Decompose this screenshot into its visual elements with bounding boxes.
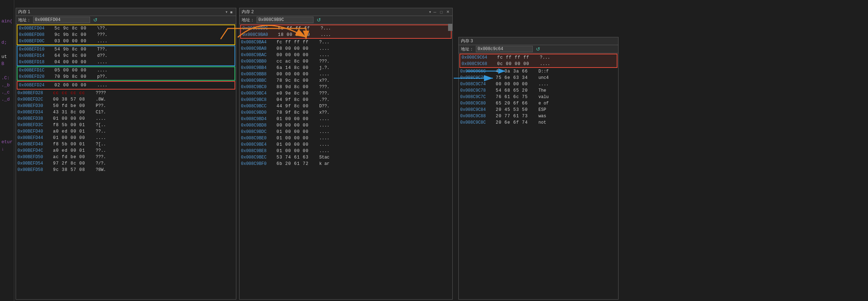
panel2-title: 内存 2 [242,9,428,15]
table-row: 0x008C9C80 65 20 6f 66 e of [459,100,618,107]
code-line [0,46,14,53]
table-row: 0x008C9C7C 76 61 6c 75 valu [459,94,618,100]
code-line [0,131,14,139]
panel3-address-label: 地址： [461,46,474,52]
table-row: 0x00BEFD2C 00 38 57 08 .8W. [16,96,236,103]
panel2-close-btn[interactable]: ✕ [445,10,450,15]
table-row: 0x00BEFD38 01 00 00 00 .... [16,115,236,122]
table-row: 0x00BEFD1C 05 00 00 00 .... [17,67,235,74]
code-line: ._b [0,82,14,89]
table-row: 0x008C9BB8 00 00 00 00 .... [240,71,452,77]
table-row: 0x00BEFD58 9c 38 57 08 ?8W. [16,167,236,173]
panel1-address-bar: 地址： ↺ [16,16,236,24]
panel1-close-btn[interactable]: ■ [229,10,234,15]
table-row: 0x008C9C78 54 68 65 20 The [459,87,618,94]
panel2-address-input[interactable] [257,17,314,23]
panel3-address-input[interactable] [476,46,533,52]
table-row: 0x008C9C70 75 6e 63 34 unc4 [459,75,618,81]
panel1-title: 内存 1 [18,9,224,15]
table-row: 0x00BEFD34 43 31 8c 00 C1?. [16,109,236,115]
panel2-minimize-btn[interactable]: ─ [432,10,437,15]
panel3-content[interactable]: 0x008C9C64 fc ff ff ff ?... 0x008C9C68 0… [459,53,618,299]
code-line: etur [0,139,14,146]
table-row: 0x008C9BC8 04 9f 8c 00 .??. [240,97,452,103]
table-row: 0x00BEFD3C f8 5b 00 01 ?[.. [16,122,236,128]
table-row: 0x008C9BD8 00 00 00 00 .... [240,122,452,129]
code-line: .C: [0,75,14,82]
table-row: 0x008C9BB0 cc ac 8c 00 ???. [240,58,452,65]
panel1-address-input[interactable] [33,17,90,23]
panel3-address-bar: 地址： ↺ [459,45,618,53]
panel2-maximize-btn[interactable]: □ [439,10,444,15]
table-row: 0x00BEFD08 9c 9b 8c 00 ???. [17,32,235,38]
table-row: 0x008C9BBC 78 9c 8c 00 x??. [240,77,452,84]
table-row: 0x008C9BAC 00 00 00 00 .... [240,52,452,58]
table-row: 0x00BEFD04 5c 9c 8c 00 \??. [17,25,235,32]
table-row: 0x008C9BD4 01 00 00 00 .... [240,116,452,122]
table-row: 0x00BEFD54 97 2f 8c 00 ?/?. [16,160,236,167]
table-row: 0x00BEFD30 50 fd be 00 P??. [16,103,236,109]
table-row: 0x00BEFD4C a0 ed 00 01 ??.. [16,147,236,154]
code-line [0,124,14,131]
code-line: B [0,60,14,68]
table-row: 0x008C9BC4 e0 9e 8c 00 ???. [240,90,452,97]
table-row: 0x008C9BDC 01 00 00 00 .... [240,129,452,135]
panel1-blue-box: 0x00BEFD10 54 9b 8c 00 T??. 0x00BEFD14 6… [17,45,235,66]
panel3-refresh-btn[interactable]: ↺ [535,46,541,52]
table-row: 0x008C9BC0 88 9d 8c 00 ???. [240,84,452,90]
code-line [0,110,14,117]
code-line: ._c [0,89,14,96]
table-row: 0x008C9BEC 53 74 61 63 Stac [240,154,452,161]
panel1-dropdown-btn[interactable]: ▾ [226,10,227,14]
table-row: 0x008C9BE8 01 00 00 00 .... [240,148,452,154]
table-row: 0x008C9C74 00 00 00 00 .... [459,81,618,87]
panel1-refresh-btn[interactable]: ↺ [92,17,99,23]
panel3-red-box: 0x008C9C64 fc ff ff ff ?... 0x008C9C68 0… [459,54,617,68]
panel3-titlebar: 内存 3 [459,37,618,45]
table-row: 0x00BEFD28 cc cc cc cc ???? [16,90,236,96]
table-row: 0x008C9B9C fc ff ff ff ?... [241,25,451,32]
panel2-scrollbar-thumb[interactable] [448,24,452,31]
panel2-dropdown-btn[interactable]: ▾ [429,10,431,14]
table-row: 0x00BEFD10 54 9b 8c 00 T??. [17,46,235,53]
table-row: 0x00BEFD50 ac fd be 00 ???. [16,154,236,160]
table-row: 0x008C9BE4 01 00 00 00 .... [240,141,452,148]
table-row: 0x008C9BF0 6b 20 61 72 k ar [240,161,452,167]
panel1-red-box: 0x00BEFD24 02 00 00 00 .... [17,81,235,90]
code-line [0,117,14,124]
table-row: 0x008C9BB4 6a 14 8c 00 j.?. [240,65,452,71]
code-line: ._d [0,96,14,103]
panel1-titlebar: 内存 1 ▾ ■ [16,8,236,16]
table-row: 0x00BEFD18 04 00 00 00 .... [17,59,235,65]
panel1-address-label: 地址： [18,17,31,23]
memory-panel-2: 内存 2 ▾ ─ □ ✕ 地址： ↺ 0x008C9B9C fc f [239,8,453,300]
table-row: 0x008C9BE0 01 00 00 00 .... [240,135,452,141]
code-line: ain( [0,18,14,25]
memory-panel-3: 内存 3 地址： ↺ 0x008C9C64 fc ff ff ff ?... [458,37,619,300]
table-row: 0x00BEFD24 02 00 00 00 .... [17,82,235,88]
panel2-address-label: 地址： [242,17,254,23]
code-line: ↓ [0,146,14,153]
table-row: 0x008C9C6C 44 3a 3a 66 D::f [459,68,618,75]
table-row: 0x00BEFD14 64 9c 8c 00 d??. [17,53,235,59]
code-line [0,25,14,32]
table-row: 0x00BEFD20 70 9b 8c 00 p??. [17,74,235,80]
panel2-content[interactable]: 0x008C9B9C fc ff ff ff ?... 0x008C9BA0 1… [240,24,452,299]
panel2-address-bar: 地址： ↺ [240,16,452,24]
table-row: 0x008C9BA0 18 00 00 00 .... [241,32,451,38]
panel2-refresh-btn[interactable]: ↺ [316,17,322,23]
code-line: d; [0,39,14,46]
panels-area: 内存 1 ▾ ■ 地址： ↺ 0x00BEFD04 5c 9c 8c 00 \?… [14,0,868,301]
panel1-yellow-box: 0x00BEFD04 5c 9c 8c 00 \??. 0x00BEFD08 9… [17,25,235,45]
main-window: ain( d; ut B .C: ._b ._c ._d etur ↓ 内存 1… [0,0,868,301]
table-row: 0x008C9C64 fc ff ff ff ?... [460,54,617,61]
table-row: 0x008C9C88 20 77 61 73 was [459,113,618,119]
table-row: 0x008C9C68 0c 00 00 00 .... [460,61,617,67]
table-row: 0x008C9BD0 78 9f 8c 00 x??. [240,109,452,116]
table-row: 0x00BEFD44 01 00 00 00 .... [16,135,236,141]
code-line [0,32,14,39]
panel2-titlebar: 内存 2 ▾ ─ □ ✕ [240,8,452,16]
memory-panel-1: 内存 1 ▾ ■ 地址： ↺ 0x00BEFD04 5c 9c 8c 00 \?… [16,8,236,300]
table-row: 0x00BEFD40 a0 ed 00 01 ??.. [16,128,236,135]
panel1-content[interactable]: 0x00BEFD04 5c 9c 8c 00 \??. 0x00BEFD08 9… [16,24,236,299]
